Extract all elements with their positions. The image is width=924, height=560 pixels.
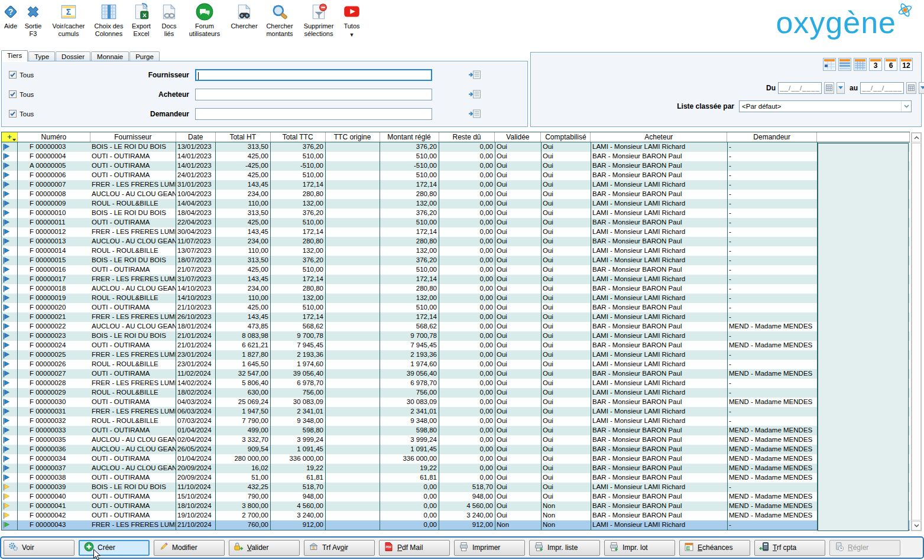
date-to-dropdown-button[interactable] bbox=[919, 82, 924, 94]
tab-type[interactable]: Type bbox=[28, 51, 55, 61]
column-header-ttc-origine[interactable]: TTC origine bbox=[326, 132, 380, 142]
table-row[interactable]: F 00000039BOIS - LE ROI DU BOIS11/10/202… bbox=[2, 483, 910, 492]
imprimer-button[interactable]: Imprimer bbox=[454, 540, 525, 556]
date-from-input[interactable]: __/__/____ bbox=[778, 82, 822, 94]
date-from-dropdown-button[interactable] bbox=[837, 82, 845, 94]
table-row[interactable]: F 00000003BOIS - LE ROI DU BOIS13/01/202… bbox=[2, 142, 910, 152]
vertical-scrollbar[interactable] bbox=[911, 132, 922, 531]
table-row[interactable]: F 00000017FRER - LES FRERES LUMI31/07/20… bbox=[2, 275, 910, 284]
table-row[interactable]: F 00000018AUCLOU - AU CLOU GEAN14/10/202… bbox=[2, 284, 910, 294]
table-row[interactable]: F 00000040OUTI - OUTIRAMA15/10/2024790,0… bbox=[2, 492, 910, 502]
table-row[interactable]: F 00000023BOIS - LE ROI DU BOIS21/01/202… bbox=[2, 331, 910, 341]
date-to-calendar-button[interactable] bbox=[906, 82, 916, 94]
column-header-comptabilise[interactable]: Comptabilisé bbox=[541, 132, 591, 142]
table-row[interactable]: F 00000026ROUL - ROUL&BILLE23/01/20241 6… bbox=[2, 360, 910, 369]
table-row[interactable]: F 00000021FRER - LES FRERES LUMI26/10/20… bbox=[2, 312, 910, 322]
table-row[interactable]: F 00000009ROUL - ROUL&BILLE14/04/2023110… bbox=[2, 199, 910, 209]
trf-cpta-button[interactable]: Trf cpta bbox=[754, 540, 825, 556]
toolbar-button-sortie-f3[interactable]: Sortie F3 bbox=[21, 2, 45, 37]
table-row[interactable]: F 00000027OUTI - OUTIRAMA11/02/202432 54… bbox=[2, 369, 910, 379]
table-row[interactable]: F 00000010BOIS - LE ROI DU BOIS18/04/202… bbox=[2, 209, 910, 218]
acheteur-input[interactable] bbox=[195, 89, 432, 100]
table-row[interactable]: F 00000041OUTI - OUTIRAMA18/10/20243 800… bbox=[2, 502, 910, 511]
valider-button[interactable]: Valider bbox=[229, 540, 300, 556]
creer-button[interactable]: Créer bbox=[79, 540, 150, 556]
date-from-calendar-button[interactable] bbox=[824, 82, 834, 94]
table-row[interactable]: F 00000024OUTI - OUTIRAMA21/01/20246 621… bbox=[2, 341, 910, 350]
table-row[interactable]: F 00000025FRER - LES FRERES LUMI23/01/20… bbox=[2, 350, 910, 360]
picklist-icon-fournisseur[interactable] bbox=[468, 70, 481, 80]
column-header-montant-regle[interactable]: Montant réglé bbox=[380, 132, 439, 142]
table-row[interactable]: F 00000008AUCLOU - AU CLOU GEAN10/04/202… bbox=[2, 190, 910, 199]
toolbar-button-voir-cacher-cumuls[interactable]: ΣVoir/cacher cumuls bbox=[47, 2, 90, 37]
table-row[interactable]: F 00000037AUCLOU - AU CLOU GEAN20/09/202… bbox=[2, 464, 910, 473]
table-row[interactable]: F 00000031FRER - LES FRERES LUMI06/03/20… bbox=[2, 407, 910, 416]
column-header-total-ht[interactable]: Total HT bbox=[216, 132, 271, 142]
table-row[interactable]: F 00000042OUTI - OUTIRAMA19/10/20242 700… bbox=[2, 511, 910, 520]
toolbar-button-tutos[interactable]: Tutos▼ bbox=[340, 2, 364, 38]
column-header-reste-du[interactable]: Reste dû bbox=[439, 132, 495, 142]
period-12-months-button[interactable]: 12 bbox=[900, 58, 913, 71]
period-3-months-button[interactable]: 3 bbox=[869, 58, 882, 71]
table-row[interactable]: A 00000005OUTI - OUTIRAMA14/01/2023-425,… bbox=[2, 161, 910, 171]
modifier-button[interactable]: Modifier bbox=[154, 540, 225, 556]
table-row[interactable]: F 00000034OUTI - OUTIRAMA01/04/2024280 0… bbox=[2, 454, 910, 464]
add-row-header-button[interactable]: + bbox=[2, 132, 18, 142]
table-row[interactable]: F 00000015BOIS - LE ROI DU BOIS18/07/202… bbox=[2, 256, 910, 265]
table-row[interactable]: F 00000011OUTI - OUTIRAMA22/04/2023425,0… bbox=[2, 218, 910, 227]
table-row[interactable]: F 00000038OUTI - OUTIRAMA20/09/202451,00… bbox=[2, 473, 910, 483]
toolbar-button-supprimer-selections[interactable]: Supprimer sélections bbox=[299, 2, 338, 37]
impr-liste-button[interactable]: Impr. liste bbox=[529, 540, 600, 556]
table-row[interactable]: F 00000004OUTI - OUTIRAMA14/01/2023425,0… bbox=[2, 152, 910, 161]
scrollbar-thumb[interactable] bbox=[912, 143, 921, 520]
column-header-total-ttc[interactable]: Total TTC bbox=[271, 132, 326, 142]
table-row[interactable]: F 00000043FRER - LES FRERES LUMI21/10/20… bbox=[2, 520, 910, 530]
date-to-input[interactable]: __/__/____ bbox=[860, 82, 904, 94]
column-header-date[interactable]: Date bbox=[176, 132, 216, 142]
table-row[interactable]: F 00000007FRER - LES FRERES LUMI31/01/20… bbox=[2, 180, 910, 190]
toolbar-button-chercher[interactable]: Chercher bbox=[228, 2, 260, 30]
table-row[interactable]: F 00000020OUTI - OUTIRAMA21/10/2023425,0… bbox=[2, 303, 910, 312]
tous-checkbox-acheteur[interactable] bbox=[9, 90, 17, 98]
toolbar-button-docs-lies[interactable]: Docs liés bbox=[157, 2, 181, 37]
voir-button[interactable]: Voir bbox=[4, 540, 74, 556]
table-row[interactable]: F 00000032ROUL - ROUL&BILLE07/03/20247 7… bbox=[2, 416, 910, 426]
tous-checkbox-demandeur[interactable] bbox=[9, 110, 17, 118]
table-row[interactable]: F 00000036AUCLOU - AU CLOU GEAN26/05/202… bbox=[2, 445, 910, 454]
impr-lot-button[interactable]: Impr. lot bbox=[604, 540, 675, 556]
table-row[interactable]: F 00000035AUCLOU - AU CLOU GEAN02/04/202… bbox=[2, 435, 910, 445]
toolbar-button-chercher-montants[interactable]: Chercher montants bbox=[262, 2, 297, 37]
column-header-fournisseur[interactable]: Fournisseur bbox=[90, 132, 176, 142]
tab-purge[interactable]: Purge bbox=[129, 51, 160, 61]
period-6-months-button[interactable]: 6 bbox=[884, 58, 897, 71]
table-row[interactable]: F 00000016OUTI - OUTIRAMA21/07/2023425,0… bbox=[2, 265, 910, 275]
toolbar-button-choix-des-colonnes[interactable]: Choix des Colonnes bbox=[92, 2, 125, 37]
table-row[interactable]: F 00000022AUCLOU - AU CLOU GEAN18/01/202… bbox=[2, 322, 910, 331]
scroll-down-button[interactable] bbox=[912, 521, 921, 530]
toolbar-button-aide[interactable]: ?Aide bbox=[2, 2, 20, 30]
pdf-mail-button[interactable]: PDFPdf Mail bbox=[379, 540, 450, 556]
fournisseur-input[interactable] bbox=[195, 69, 432, 81]
table-row[interactable]: F 00000014ROUL - ROUL&BILLE13/07/2023110… bbox=[2, 246, 910, 256]
picklist-icon-demandeur[interactable] bbox=[468, 109, 481, 119]
table-row[interactable]: F 00000030OUTI - OUTIRAMA04/03/202425 06… bbox=[2, 398, 910, 407]
picklist-icon-acheteur[interactable] bbox=[468, 89, 481, 99]
column-header-numero[interactable]: Numéro bbox=[18, 132, 90, 142]
period-month-button[interactable] bbox=[854, 58, 867, 71]
table-row[interactable]: F 00000019ROUL - ROUL&BILLE14/10/2023110… bbox=[2, 294, 910, 303]
echeances-button[interactable]: 18Echéances bbox=[679, 540, 750, 556]
tab-monnaie[interactable]: Monnaie bbox=[91, 51, 129, 61]
table-row[interactable]: F 00000013AUCLOU - AU CLOU GEAN11/07/202… bbox=[2, 237, 910, 246]
column-header-validee[interactable]: Validée bbox=[495, 132, 541, 142]
table-row[interactable]: F 00000012FRER - LES FRERES LUMI30/04/20… bbox=[2, 227, 910, 237]
trf-avoir-button[interactable]: $Trf Avoir bbox=[304, 540, 375, 556]
table-row[interactable]: F 00000028FRER - LES FRERES LUMI14/02/20… bbox=[2, 379, 910, 388]
table-row[interactable]: F 00000029ROUL - ROUL&BILLE18/02/2024630… bbox=[2, 388, 910, 398]
demandeur-input[interactable] bbox=[195, 108, 432, 120]
table-row[interactable]: F 00000006OUTI - OUTIRAMA24/01/2023425,0… bbox=[2, 171, 910, 180]
column-header-acheteur[interactable]: Acheteur bbox=[591, 132, 727, 142]
table-row[interactable]: F 00000033OUTI - OUTIRAMA01/04/2024499,0… bbox=[2, 426, 910, 435]
period-day-button[interactable] bbox=[823, 58, 836, 71]
toolbar-button-export-excel[interactable]: XExport Excel bbox=[127, 2, 155, 37]
tous-checkbox-fournisseur[interactable] bbox=[9, 71, 17, 79]
